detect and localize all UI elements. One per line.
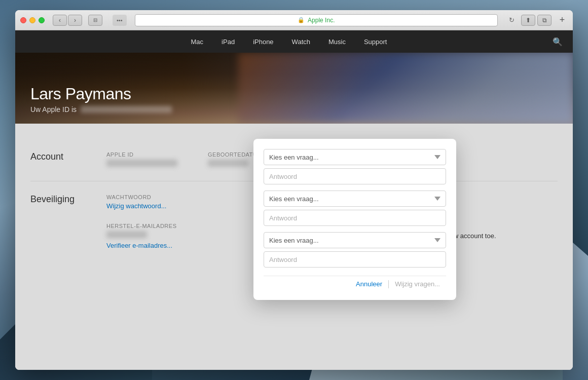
tab-icon: ⊟ bbox=[93, 17, 97, 23]
question-3-select[interactable]: Kies een vraag... bbox=[264, 232, 446, 248]
maximize-button[interactable] bbox=[39, 17, 45, 23]
forward-icon: › bbox=[74, 17, 76, 24]
nav-item-watch[interactable]: Watch bbox=[283, 30, 319, 53]
url-bar[interactable]: 🔒 Apple Inc. bbox=[135, 14, 498, 26]
hero-subtitle-prefix: Uw Apple ID is bbox=[30, 105, 77, 113]
title-bar: ‹ › ⊟ ••• 🔒 Apple Inc. ↻ ⬆ ⧉ bbox=[15, 10, 573, 30]
new-tab-button[interactable]: + bbox=[557, 15, 568, 26]
answer-2-input[interactable] bbox=[264, 210, 446, 226]
browser-window: ‹ › ⊟ ••• 🔒 Apple Inc. ↻ ⬆ ⧉ bbox=[15, 10, 573, 370]
answer-1-input[interactable] bbox=[264, 168, 446, 184]
security-questions-modal: Kies een vraag... Kies een vraag... bbox=[253, 139, 456, 300]
minimize-button[interactable] bbox=[29, 17, 35, 23]
hero-content: Lars Paymans Uw Apple ID is bbox=[30, 85, 172, 113]
reload-button[interactable]: ↻ bbox=[506, 15, 517, 26]
question-1-select[interactable]: Kies een vraag... bbox=[264, 149, 446, 165]
lock-icon: 🔒 bbox=[298, 17, 305, 23]
nav-items: Mac iPad iPhone Watch Music Support bbox=[25, 30, 553, 53]
question-2-select[interactable]: Kies een vraag... bbox=[264, 191, 446, 207]
nav-item-support[interactable]: Support bbox=[355, 30, 396, 53]
forward-button[interactable]: › bbox=[68, 15, 82, 26]
annuleer-button[interactable]: Annuleer bbox=[350, 278, 388, 290]
traffic-lights bbox=[20, 17, 45, 23]
question-2-row: Kies een vraag... bbox=[264, 191, 446, 226]
nav-buttons: ‹ › bbox=[53, 15, 82, 26]
nav-item-iphone[interactable]: iPhone bbox=[244, 30, 282, 53]
wijzig-vragen-button[interactable]: Wijzig vragen... bbox=[389, 278, 446, 290]
modal-footer: Annuleer Wijzig vragen... bbox=[264, 276, 446, 290]
toolbar-right: ⬆ ⧉ bbox=[521, 15, 552, 26]
tab-dots: ••• bbox=[113, 15, 127, 26]
apple-nav: Mac iPad iPhone Watch Music Support 🔍 bbox=[15, 30, 573, 53]
question-1-row: Kies een vraag... bbox=[264, 149, 446, 184]
question-3-row: Kies een vraag... bbox=[264, 232, 446, 268]
plus-icon: + bbox=[560, 15, 565, 25]
tab-view-button[interactable]: ⊟ bbox=[88, 15, 102, 26]
answer-3-input[interactable] bbox=[264, 251, 446, 268]
main-content: Account APPLE ID GEBOORTEDATUM bbox=[15, 124, 573, 370]
hero-section: Lars Paymans Uw Apple ID is bbox=[15, 53, 573, 124]
modal-overlay: Kies een vraag... Kies een vraag... bbox=[15, 124, 573, 370]
close-button[interactable] bbox=[20, 17, 26, 23]
back-icon: ‹ bbox=[59, 17, 61, 24]
apple-id-blurred bbox=[81, 106, 172, 113]
hero-name: Lars Paymans bbox=[30, 85, 172, 103]
share-icon: ⬆ bbox=[526, 17, 531, 24]
nav-item-music[interactable]: Music bbox=[319, 30, 355, 53]
website-content: Mac iPad iPhone Watch Music Support 🔍 La… bbox=[15, 30, 573, 370]
nav-item-ipad[interactable]: iPad bbox=[212, 30, 244, 53]
share-button[interactable]: ⬆ bbox=[521, 15, 535, 26]
back-button[interactable]: ‹ bbox=[53, 15, 67, 26]
nav-item-mac[interactable]: Mac bbox=[182, 30, 213, 53]
hero-subtitle: Uw Apple ID is bbox=[30, 105, 172, 113]
reload-icon: ↻ bbox=[509, 16, 514, 24]
search-button[interactable]: 🔍 bbox=[553, 37, 563, 47]
url-bar-container: 🔒 Apple Inc. bbox=[135, 14, 498, 26]
tabs-button[interactable]: ⧉ bbox=[537, 15, 552, 26]
tabs-icon: ⧉ bbox=[542, 17, 547, 24]
url-text: Apple Inc. bbox=[308, 17, 335, 24]
